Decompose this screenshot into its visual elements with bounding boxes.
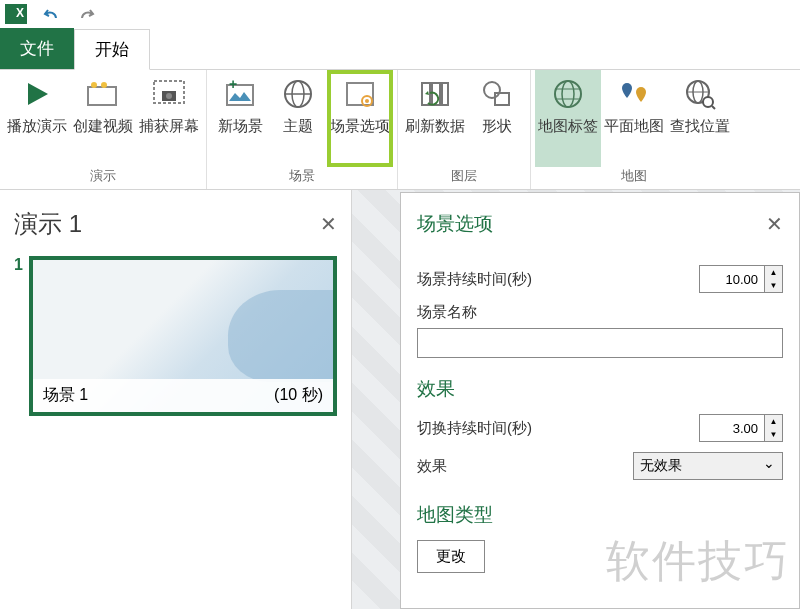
globe-lines-icon <box>550 76 586 112</box>
scene-thumb-name: 场景 1 <box>43 385 88 406</box>
svg-point-20 <box>562 81 574 107</box>
undo-button[interactable] <box>39 2 63 26</box>
ribbon: 播放演示 创建视频 捕获屏幕 演示 + 新场景 <box>0 70 800 190</box>
close-scenes-panel-button[interactable]: ✕ <box>320 212 337 236</box>
svg-point-13 <box>365 99 369 103</box>
ribbon-group-layer: 刷新数据 形状 图层 <box>398 70 531 189</box>
camera-icon <box>151 76 187 112</box>
close-options-panel-button[interactable]: ✕ <box>766 212 783 236</box>
transition-duration-label: 切换持续时间(秒) <box>417 419 532 438</box>
refresh-icon <box>417 76 453 112</box>
refresh-data-button[interactable]: 刷新数据 <box>402 70 468 167</box>
ribbon-group-scene: + 新场景 主题 场景选项 场景 <box>207 70 398 189</box>
play-icon <box>19 76 55 112</box>
group-label-demo: 演示 <box>90 167 116 187</box>
scene-thumbnail[interactable]: 场景 1 (10 秒) <box>29 256 337 416</box>
quick-access-toolbar <box>0 0 800 28</box>
scene-thumb-number: 1 <box>14 256 23 416</box>
transition-input[interactable] <box>700 415 764 441</box>
scene-name-input[interactable] <box>417 328 783 358</box>
effect-select[interactable] <box>633 452 783 480</box>
ribbon-group-demo: 播放演示 创建视频 捕获屏幕 演示 <box>0 70 207 189</box>
map-labels-button[interactable]: 地图标签 <box>535 70 601 167</box>
effect-label: 效果 <box>417 457 447 476</box>
tab-file[interactable]: 文件 <box>0 28 74 69</box>
group-label-scene: 场景 <box>289 167 315 187</box>
spin-up-icon[interactable]: ▲ <box>765 266 782 279</box>
svg-line-27 <box>712 106 715 109</box>
scene-thumb-caption: 场景 1 (10 秒) <box>33 379 333 412</box>
scenes-panel-title: 演示 1 <box>14 208 82 240</box>
scene-options-heading: 场景选项 <box>417 211 493 237</box>
globe-search-icon <box>682 76 718 112</box>
flat-map-button[interactable]: 平面地图 <box>601 70 667 167</box>
scene-name-label: 场景名称 <box>417 303 783 322</box>
svg-point-17 <box>484 82 500 98</box>
svg-text:+: + <box>229 79 237 92</box>
options-icon <box>342 76 378 112</box>
redo-button[interactable] <box>75 2 99 26</box>
duration-input[interactable] <box>700 266 764 292</box>
spin-down-icon[interactable]: ▼ <box>765 428 782 441</box>
excel-icon <box>5 4 27 24</box>
group-label-layer: 图层 <box>451 167 477 187</box>
shape-button[interactable]: 形状 <box>468 70 526 167</box>
svg-point-5 <box>166 93 172 99</box>
new-scene-button[interactable]: + 新场景 <box>211 70 269 167</box>
transition-spinner[interactable]: ▲▼ <box>699 414 783 442</box>
tab-home[interactable]: 开始 <box>74 29 150 70</box>
svg-rect-16 <box>442 83 448 105</box>
scenes-panel: 演示 1 ✕ 1 场景 1 (10 秒) <box>0 190 352 609</box>
content-area: 演示 1 ✕ 1 场景 1 (10 秒) 场景选项 ✕ 场景持续时间(秒) ▲ <box>0 190 800 609</box>
duration-spinner[interactable]: ▲▼ <box>699 265 783 293</box>
ribbon-tabs: 文件 开始 <box>0 28 800 70</box>
svg-rect-11 <box>347 83 373 105</box>
effect-heading: 效果 <box>417 376 783 402</box>
pins-icon <box>616 76 652 112</box>
group-label-map: 地图 <box>621 167 647 187</box>
theme-button[interactable]: 主题 <box>269 70 327 167</box>
spin-up-icon[interactable]: ▲ <box>765 415 782 428</box>
globe-icon <box>280 76 316 112</box>
change-map-type-button[interactable]: 更改 <box>417 540 485 573</box>
play-demo-button[interactable]: 播放演示 <box>4 70 70 167</box>
ribbon-group-map: 地图标签 平面地图 查找位置 地图 <box>531 70 737 189</box>
video-icon <box>85 76 121 112</box>
create-video-button[interactable]: 创建视频 <box>70 70 136 167</box>
svg-point-19 <box>555 81 581 107</box>
find-location-button[interactable]: 查找位置 <box>667 70 733 167</box>
shapes-icon <box>479 76 515 112</box>
svg-point-1 <box>91 82 97 88</box>
new-scene-icon: + <box>222 76 258 112</box>
scene-options-button[interactable]: 场景选项 <box>327 70 393 167</box>
spin-down-icon[interactable]: ▼ <box>765 279 782 292</box>
scene-thumb-duration: (10 秒) <box>274 385 323 406</box>
svg-point-2 <box>101 82 107 88</box>
svg-point-26 <box>703 97 713 107</box>
scene-options-panel: 场景选项 ✕ 场景持续时间(秒) ▲▼ 场景名称 效果 切换持续时间(秒) ▲▼… <box>400 192 800 609</box>
map-type-heading: 地图类型 <box>417 502 783 528</box>
svg-rect-0 <box>88 87 116 105</box>
capture-screen-button[interactable]: 捕获屏幕 <box>136 70 202 167</box>
duration-label: 场景持续时间(秒) <box>417 270 532 289</box>
